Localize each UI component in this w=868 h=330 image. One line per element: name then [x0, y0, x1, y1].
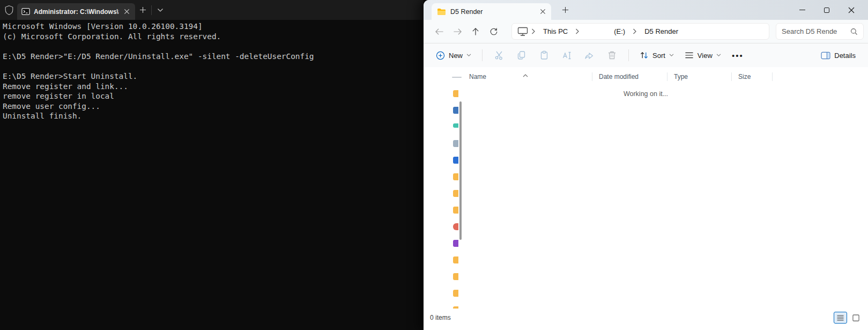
breadcrumb-folder[interactable]: D5 Render	[640, 26, 682, 37]
column-header-size[interactable]: Size	[732, 71, 773, 82]
nav-media-icon[interactable]	[453, 240, 458, 247]
explorer-window: D5 Render	[424, 0, 868, 330]
forward-button[interactable]	[448, 23, 466, 40]
terminal-output[interactable]: Microsoft Windows [Version 10.0.26100.31…	[0, 20, 424, 330]
new-button[interactable]: New	[431, 47, 476, 64]
rename-button[interactable]	[556, 46, 577, 64]
details-pane-button[interactable]: Details	[816, 48, 860, 63]
cmd-icon	[21, 8, 30, 16]
nav-folder-icon[interactable]	[453, 207, 458, 214]
view-button-label: View	[698, 52, 713, 60]
more-options-button[interactable]: •••	[727, 46, 748, 64]
chevron-right-icon	[530, 28, 537, 34]
explorer-tabbar: D5 Render	[424, 0, 868, 20]
sort-ascending-icon	[523, 70, 528, 80]
icons-view-icon	[852, 314, 859, 321]
column-header-date-modified[interactable]: Date modified	[592, 71, 667, 82]
nav-onedrive-icon[interactable]	[453, 123, 458, 128]
maximize-button[interactable]	[814, 0, 839, 20]
details-view-icon	[837, 315, 844, 321]
back-button[interactable]	[430, 23, 448, 40]
chevron-down-icon	[716, 54, 721, 57]
status-bar: 0 items	[424, 309, 868, 330]
nav-folder-icon[interactable]	[453, 190, 458, 197]
share-button[interactable]	[578, 46, 600, 64]
terminal-window: Administrator: C:\Windows\Sy Microsoft W…	[0, 0, 424, 330]
nav-user-icon[interactable]	[453, 223, 458, 230]
details-view-toggle[interactable]	[834, 312, 847, 324]
nav-folder-icon[interactable]	[453, 290, 458, 297]
nav-folder-icon[interactable]	[453, 273, 458, 280]
chevron-down-icon	[669, 54, 674, 57]
working-status-text: Working on it...	[424, 90, 868, 98]
paste-button[interactable]	[533, 46, 555, 64]
up-button[interactable]	[466, 23, 485, 40]
nav-folder-icon[interactable]	[453, 173, 458, 180]
navigation-pane[interactable]	[424, 67, 463, 309]
terminal-tab-title: Administrator: C:\Windows\Sy	[34, 8, 119, 16]
breadcrumb-drive[interactable]: (E:)	[610, 26, 629, 37]
new-button-label: New	[449, 52, 463, 60]
address-bar[interactable]: This PC (E:) D5 Render	[511, 23, 769, 40]
column-header-type[interactable]: Type	[667, 71, 732, 82]
nav-pictures-icon[interactable]	[453, 157, 458, 164]
toolbar-divider	[482, 49, 483, 61]
explorer-content: Name Date modified Type Size Working on …	[424, 67, 868, 309]
refresh-button[interactable]	[485, 23, 503, 40]
this-pc-icon	[517, 27, 528, 36]
details-pane-label: Details	[834, 52, 856, 60]
explorer-navrow: This PC (E:) D5 Render Search D5 Rende	[424, 20, 868, 43]
item-count: 0 items	[430, 314, 451, 321]
terminal-tab[interactable]: Administrator: C:\Windows\Sy	[17, 3, 135, 20]
terminal-tab-dropdown-button[interactable]	[153, 3, 168, 17]
toolbar-divider	[628, 49, 629, 61]
file-list[interactable]: Name Date modified Type Size	[463, 67, 868, 309]
view-icon	[685, 52, 694, 59]
column-headers: Name Date modified Type Size	[463, 69, 868, 85]
copy-button[interactable]	[511, 46, 532, 64]
cut-button[interactable]	[488, 46, 510, 64]
chevron-right-icon	[632, 28, 638, 34]
chevron-right-icon	[574, 28, 581, 34]
nav-downloads-icon[interactable]	[453, 107, 458, 114]
details-pane-icon	[821, 52, 830, 60]
explorer-new-tab-button[interactable]	[558, 3, 573, 17]
sort-button-label: Sort	[652, 52, 665, 60]
search-box[interactable]: Search D5 Rende	[776, 23, 864, 40]
nav-documents-icon[interactable]	[453, 140, 458, 147]
nav-pane-icons	[453, 90, 458, 309]
icons-view-toggle[interactable]	[849, 312, 863, 324]
explorer-tab-close-button[interactable]	[540, 9, 546, 14]
nav-folder-icon[interactable]	[453, 256, 458, 263]
terminal-titlebar[interactable]: Administrator: C:\Windows\Sy	[0, 0, 424, 20]
sort-icon	[640, 51, 649, 60]
view-button[interactable]: View	[680, 48, 726, 63]
plus-circle-icon	[436, 51, 445, 60]
folder-icon	[437, 8, 446, 16]
column-header-name[interactable]: Name	[463, 71, 592, 82]
explorer-tab-title: D5 Render	[450, 8, 536, 16]
minimize-button[interactable]	[790, 0, 814, 20]
drive-label-space	[583, 31, 607, 32]
terminal-tab-close-button[interactable]	[123, 8, 131, 16]
breadcrumb-this-pc[interactable]: This PC	[539, 26, 572, 37]
explorer-tab[interactable]: D5 Render	[432, 3, 551, 20]
admin-shield-icon	[4, 5, 14, 16]
desktop: Administrator: C:\Windows\Sy Microsoft W…	[0, 0, 868, 330]
sort-button[interactable]: Sort	[635, 47, 679, 63]
nav-pane-scrollbar[interactable]	[459, 101, 462, 240]
window-controls	[790, 0, 864, 20]
chevron-down-icon	[466, 54, 471, 57]
nav-folder-icon[interactable]	[453, 306, 458, 309]
terminal-new-tab-button[interactable]	[135, 3, 150, 17]
pane-resize-handle[interactable]	[452, 77, 462, 78]
search-input[interactable]: Search D5 Rende	[782, 27, 850, 35]
delete-button[interactable]	[601, 46, 622, 64]
close-button[interactable]	[839, 0, 864, 20]
explorer-toolbar: New	[424, 43, 868, 67]
terminal-tabbar-divider	[151, 5, 152, 15]
search-icon[interactable]	[850, 28, 858, 35]
